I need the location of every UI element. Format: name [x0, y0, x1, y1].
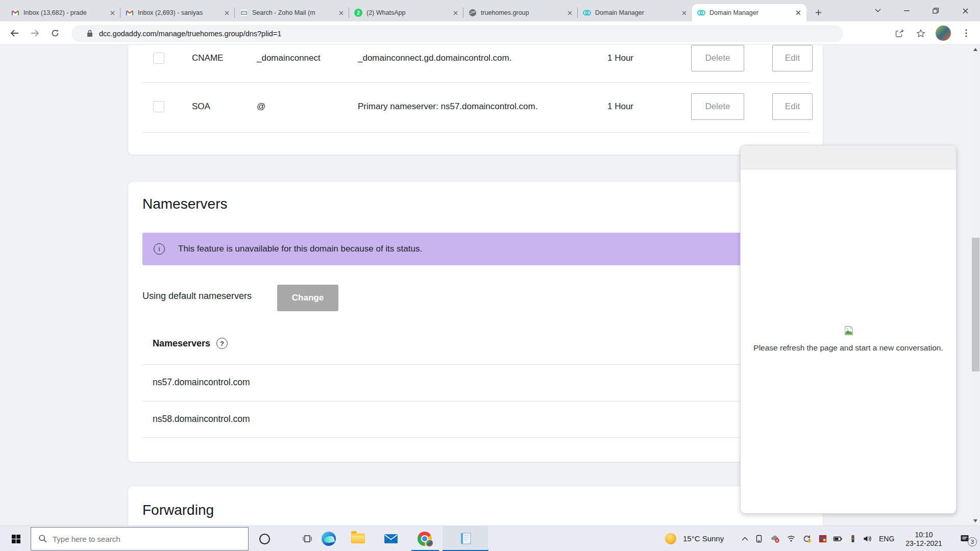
- list-divider: [142, 401, 800, 402]
- weather-widget[interactable]: [665, 533, 676, 544]
- close-icon[interactable]: [337, 9, 345, 17]
- chrome-profile-avatar: [426, 539, 433, 547]
- share-button[interactable]: [892, 26, 907, 41]
- taskbar-edge-button[interactable]: [322, 532, 336, 546]
- chat-error-message: Please refresh the page and start a new …: [741, 343, 956, 353]
- scroll-down-arrow[interactable]: [973, 519, 977, 522]
- cortana-button[interactable]: [255, 526, 274, 551]
- taskbar-clock[interactable]: 10:10 23-12-2021: [902, 531, 945, 548]
- onedrive-icon: [770, 534, 780, 543]
- close-icon[interactable]: [680, 9, 688, 17]
- godaddy-icon: [583, 9, 591, 17]
- delete-record-button[interactable]: Delete: [691, 93, 744, 120]
- tab-gmail-1[interactable]: Inbox (13,682) - prade: [6, 4, 120, 21]
- scroll-up-arrow[interactable]: [973, 48, 977, 51]
- back-button[interactable]: [7, 26, 22, 41]
- globe-icon: [469, 9, 477, 17]
- tray-battery[interactable]: [833, 534, 843, 543]
- chat-panel-header[interactable]: [741, 145, 956, 169]
- close-icon[interactable]: [794, 9, 802, 17]
- edit-record-button[interactable]: Edit: [772, 45, 813, 71]
- taskbar: 15°C Sunny ENG 10:10 23-12-2021 3: [0, 525, 980, 551]
- profile-avatar[interactable]: [936, 26, 951, 41]
- wifi-icon: [787, 534, 796, 543]
- tab-title: Inbox (2,693) - saniyas: [138, 9, 223, 16]
- taskbar-notepad-button[interactable]: [443, 526, 488, 551]
- address-bar[interactable]: dcc.godaddy.com/manage/truehomes.group/d…: [71, 25, 843, 42]
- change-nameservers-button[interactable]: Change: [277, 285, 338, 311]
- vertical-scrollbar[interactable]: [971, 45, 980, 525]
- record-type: SOA: [192, 102, 210, 112]
- forward-button[interactable]: [27, 26, 42, 41]
- start-button[interactable]: [7, 526, 24, 551]
- tray-expand-button[interactable]: [737, 526, 752, 551]
- tab-domain-manager-1[interactable]: Domain Manager: [578, 4, 692, 21]
- zoho-mail-icon: [240, 9, 248, 17]
- close-icon[interactable]: [108, 9, 116, 17]
- phone-link-icon: [754, 534, 764, 543]
- dns-records-card: CNAME _domainconnect _domainconnect.gd.d…: [128, 45, 823, 155]
- browser-tab-strip: Inbox (13,682) - prade Inbox (2,693) - s…: [0, 0, 980, 21]
- window-minimize-button[interactable]: [895, 0, 918, 21]
- info-icon: i: [154, 243, 165, 255]
- language-indicator[interactable]: ENG: [879, 535, 894, 543]
- tab-zoho-mail[interactable]: Search - Zoho Mail (m: [235, 4, 349, 21]
- row-checkbox[interactable]: [153, 101, 164, 112]
- scrollbar-thumb[interactable]: [972, 238, 979, 371]
- tab-truehomes[interactable]: truehomes.group: [463, 4, 578, 21]
- cortana-icon: [259, 533, 271, 545]
- reload-button[interactable]: [47, 26, 63, 41]
- record-ttl: 1 Hour: [607, 53, 633, 63]
- tab-title: Domain Manager: [595, 9, 680, 16]
- row-checkbox[interactable]: [153, 53, 164, 64]
- tray-phone-link[interactable]: [754, 534, 764, 543]
- new-tab-button[interactable]: [811, 5, 826, 20]
- taskbar-chrome-button[interactable]: [418, 532, 432, 546]
- chevron-up-icon: [742, 537, 748, 541]
- volume-icon: [863, 534, 872, 543]
- window-close-button[interactable]: [953, 0, 977, 21]
- tray-onedrive[interactable]: [770, 534, 780, 543]
- record-data: Primary nameserver: ns57.domaincontrol.c…: [358, 102, 537, 112]
- list-divider: [142, 364, 800, 365]
- nameserver-entry: ns58.domaincontrol.com: [153, 414, 250, 424]
- tray-volume[interactable]: [863, 534, 872, 543]
- window-restore-button[interactable]: [924, 0, 947, 21]
- row-divider: [142, 82, 810, 83]
- taskbar-explorer-button[interactable]: [351, 531, 365, 543]
- close-icon[interactable]: [451, 9, 459, 17]
- tab-gmail-2[interactable]: Inbox (2,693) - saniyas: [120, 4, 235, 21]
- gmail-icon: [126, 9, 134, 17]
- taskbar-mail-button[interactable]: [384, 532, 398, 546]
- taskbar-search[interactable]: [31, 527, 249, 550]
- tab-title: Search - Zoho Mail (m: [252, 9, 337, 16]
- edit-record-button[interactable]: Edit: [772, 93, 813, 120]
- task-view-button[interactable]: [298, 526, 316, 551]
- tray-network[interactable]: [787, 534, 796, 543]
- search-icon: [38, 534, 47, 543]
- ellipsis-icon: [965, 29, 967, 37]
- chrome-icon: [418, 532, 432, 546]
- godaddy-icon: [697, 9, 705, 17]
- help-icon[interactable]: ?: [216, 338, 228, 349]
- chevron-down-icon: [875, 9, 881, 13]
- tray-windows-update[interactable]: [802, 534, 812, 543]
- tab-search-button[interactable]: [866, 0, 890, 21]
- delete-record-button[interactable]: Delete: [691, 45, 744, 71]
- tab-whatsapp[interactable]: 2 (2) WhatsApp: [349, 4, 463, 21]
- list-divider: [142, 437, 800, 438]
- tray-device-status[interactable]: [848, 534, 857, 543]
- record-data: _domainconnect.gd.domaincontrol.com.: [358, 53, 511, 63]
- weather-text[interactable]: 15°C Sunny: [683, 534, 724, 543]
- browser-menu-button[interactable]: [959, 26, 974, 41]
- close-icon[interactable]: [566, 9, 574, 17]
- sun-icon: [665, 533, 676, 544]
- clock-time: 10:10: [902, 531, 945, 539]
- tab-domain-manager-active[interactable]: Domain Manager: [692, 4, 806, 21]
- tray-graphics-app[interactable]: [818, 534, 827, 543]
- bookmark-button[interactable]: [913, 26, 928, 41]
- close-icon[interactable]: [223, 9, 231, 17]
- section-heading: Nameservers: [142, 196, 227, 212]
- search-input[interactable]: [53, 535, 206, 543]
- restore-icon: [933, 8, 939, 14]
